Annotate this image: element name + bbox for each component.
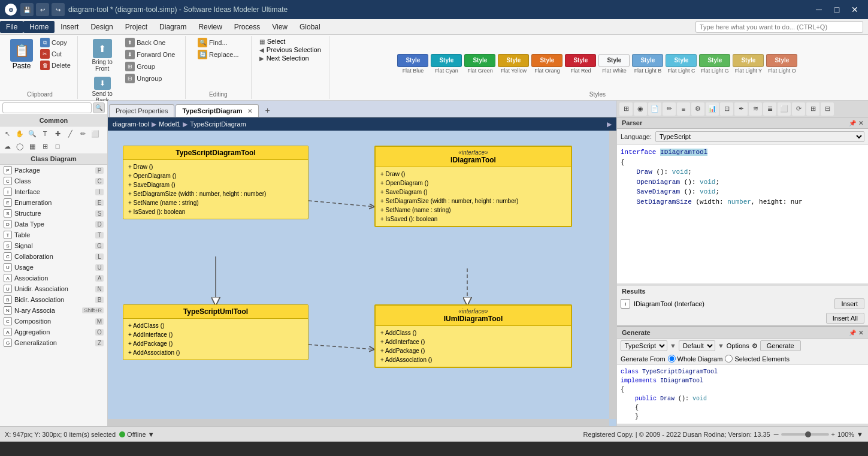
sidebar-item-interface[interactable]: I Interface I xyxy=(0,186,107,197)
sidebar-item-unidir.-association[interactable]: U Unidir. Association N xyxy=(0,283,107,294)
ungroup-button[interactable]: ⊟ Ungroup xyxy=(123,73,177,84)
sidebar-item-composition[interactable]: C Composition M xyxy=(0,316,107,327)
global-search-input[interactable] xyxy=(695,21,863,33)
uml-box-typescript-uml-tool[interactable]: TypeScriptUmlTool + AddClass () + AddInt… xyxy=(123,304,309,360)
select-button[interactable]: ▦ Select xyxy=(258,37,323,46)
gen-scrollbar-h[interactable] xyxy=(617,424,868,426)
rt-btn-9[interactable]: ✒ xyxy=(734,102,748,116)
selected-elements-radio-label[interactable]: Selected Elements xyxy=(725,355,790,363)
menu-project[interactable]: Project xyxy=(119,21,153,33)
sidebar-item-signal[interactable]: S Signal G xyxy=(0,240,107,251)
sidebar-item-bidir.-association[interactable]: B Bidir. Association B xyxy=(0,294,107,305)
menu-review[interactable]: Review xyxy=(192,21,228,33)
redo-icon[interactable]: ↪ xyxy=(52,3,65,16)
tab-project-properties[interactable]: Project Properties xyxy=(109,104,174,117)
sidebar-item-usage[interactable]: U Usage U xyxy=(0,262,107,273)
generate-expand-icon[interactable]: ✕ xyxy=(858,330,863,336)
tool-line[interactable]: ╱ xyxy=(64,128,76,140)
add-tab-button[interactable]: + xyxy=(261,104,274,117)
paste-button[interactable]: 📋 Paste xyxy=(7,37,36,72)
forward-one-button[interactable]: ⬇ Forward One xyxy=(123,49,177,60)
style-swatch-5[interactable]: StyleFlat Red xyxy=(565,54,596,74)
sidebar-item-table[interactable]: T Table T xyxy=(0,229,107,240)
tool-grid[interactable]: ▦ xyxy=(26,140,38,152)
find-button[interactable]: 🔍 Find... xyxy=(196,37,241,48)
rt-btn-3[interactable]: 📄 xyxy=(648,102,661,116)
style-swatch-0[interactable]: StyleFlat Blue xyxy=(397,54,428,74)
bring-to-front-button[interactable]: ⬆ Bring toFront xyxy=(86,37,119,74)
connection-dropdown-icon[interactable]: ▼ xyxy=(148,431,155,438)
style-swatch-9[interactable]: StyleFlat Light G xyxy=(699,54,730,74)
menu-diagram[interactable]: Diagram xyxy=(153,21,192,33)
style-swatch-6[interactable]: StyleFlat White xyxy=(598,54,630,74)
parser-code-area[interactable]: interface IDiagramTool { Draw (): void; … xyxy=(617,145,868,283)
sidebar-item-aggregation[interactable]: A Aggregation O xyxy=(0,327,107,337)
rt-btn-4[interactable]: ✏ xyxy=(663,102,676,116)
whole-diagram-radio[interactable] xyxy=(668,355,676,363)
menu-file[interactable]: File xyxy=(0,21,23,33)
style-swatch-11[interactable]: StyleFlat Light O xyxy=(766,54,797,74)
parser-pin-icon[interactable]: 📌 xyxy=(849,120,856,126)
style-swatch-4[interactable]: StyleFlat Orang xyxy=(531,54,562,74)
sidebar-item-package[interactable]: P Package P xyxy=(0,165,107,176)
group-button[interactable]: ⊞ Group xyxy=(123,61,177,72)
menu-view[interactable]: View xyxy=(266,21,294,33)
style-swatch-3[interactable]: StyleFlat Yellow xyxy=(498,54,529,74)
canvas-area[interactable]: TypeScriptDiagramTool + Draw () + OpenDi… xyxy=(108,131,616,426)
tool-rect[interactable]: ⬜ xyxy=(89,128,101,140)
rt-btn-13[interactable]: ⟳ xyxy=(792,102,805,116)
tool-frame[interactable]: ⊞ xyxy=(39,140,51,152)
minimize-button[interactable]: ─ xyxy=(810,4,827,16)
generate-button[interactable]: Generate xyxy=(760,340,801,351)
rt-btn-7[interactable]: 📊 xyxy=(706,102,719,116)
zoom-slider[interactable] xyxy=(781,433,829,436)
whole-diagram-radio-label[interactable]: Whole Diagram xyxy=(668,355,723,363)
parser-language-select[interactable]: TypeScript C# Java xyxy=(655,131,864,142)
sidebar-item-enumeration[interactable]: E Enumeration E xyxy=(0,197,107,208)
generate-template-select[interactable]: Default xyxy=(679,340,715,351)
rt-btn-1[interactable]: ⊞ xyxy=(619,102,633,116)
breadcrumb-expand-icon[interactable]: ▶ xyxy=(607,120,612,128)
replace-button[interactable]: 🔄 Replace... xyxy=(196,49,241,60)
generate-language-select[interactable]: TypeScript C# Java xyxy=(621,340,667,351)
rt-btn-14[interactable]: ⊞ xyxy=(806,102,819,116)
zoom-in-icon[interactable]: + xyxy=(831,431,835,438)
cut-button[interactable]: ✂ Cut xyxy=(38,49,72,59)
tool-circle[interactable]: ◯ xyxy=(14,140,26,152)
maximize-button[interactable]: □ xyxy=(828,4,845,16)
style-swatch-2[interactable]: StyleFlat Green xyxy=(464,54,495,74)
rt-btn-8[interactable]: ⊡ xyxy=(720,102,733,116)
uml-box-typescript-diagram-tool[interactable]: TypeScriptDiagramTool + Draw () + OpenDi… xyxy=(123,146,309,219)
tool-text[interactable]: T xyxy=(39,128,51,140)
sidebar-item-structure[interactable]: S Structure S xyxy=(0,208,107,219)
tool-pencil[interactable]: ✏ xyxy=(77,128,89,140)
style-swatch-1[interactable]: StyleFlat Cyan xyxy=(431,54,462,74)
canvas-horizontal-scrollbar[interactable] xyxy=(108,419,609,426)
back-one-button[interactable]: ⬆ Back One xyxy=(123,37,177,48)
sidebar-item-n-ary-associa[interactable]: N N-ary Associa Shift+R xyxy=(0,305,107,316)
insert-button[interactable]: Insert xyxy=(834,298,864,309)
menu-home[interactable]: Home xyxy=(23,21,55,33)
sidebar-search-input[interactable] xyxy=(2,102,92,113)
menu-process[interactable]: Process xyxy=(228,21,266,33)
selected-elements-radio[interactable] xyxy=(725,355,733,363)
tool-zoom[interactable]: 🔍 xyxy=(26,128,38,140)
rt-btn-6[interactable]: ⚙ xyxy=(691,102,704,116)
uml-box-idiagram-tool[interactable]: «interface» IDiagramTool + Draw () + Ope… xyxy=(374,146,572,227)
gen-options-icon[interactable]: ⚙ xyxy=(752,342,758,350)
rt-btn-5[interactable]: ≡ xyxy=(677,102,690,116)
copy-button[interactable]: ⧉ Copy xyxy=(38,37,72,48)
next-selection-button[interactable]: ▶ Next Selection xyxy=(258,54,323,62)
menu-global[interactable]: Global xyxy=(294,21,326,33)
generate-pin-icon[interactable]: 📌 xyxy=(849,330,856,336)
tool-box[interactable]: □ xyxy=(52,140,63,152)
zoom-dropdown-icon[interactable]: ▼ xyxy=(857,431,863,438)
tool-pan[interactable]: ✋ xyxy=(14,128,26,140)
parser-expand-icon[interactable]: ✕ xyxy=(858,120,863,126)
sidebar-item-class[interactable]: C Class C xyxy=(0,176,107,186)
zoom-out-icon[interactable]: ─ xyxy=(774,431,779,438)
tool-cross[interactable]: ✚ xyxy=(52,128,63,140)
tab-typescript-diagram[interactable]: TypeScriptDiagram ✕ xyxy=(176,104,258,117)
tool-cloud[interactable]: ☁ xyxy=(1,140,13,152)
insert-all-button[interactable]: Insert All xyxy=(826,313,864,324)
